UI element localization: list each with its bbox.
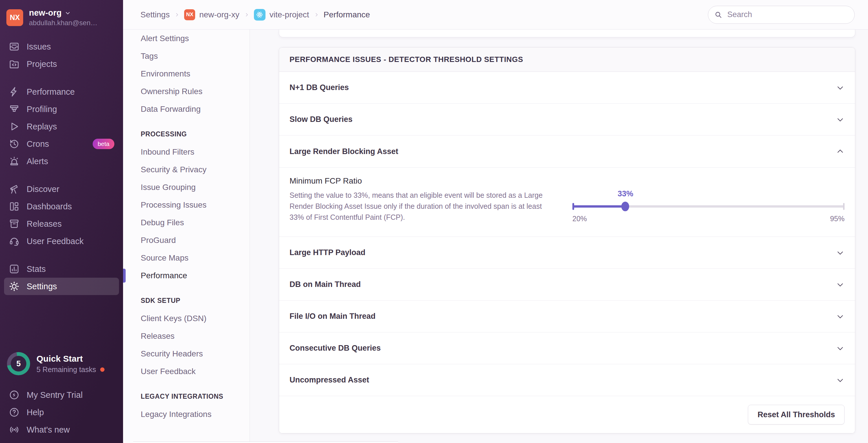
scrolled-panel-edge (279, 30, 855, 37)
sidebar-item-label: Profiling (27, 104, 57, 114)
settings-nav-issue-grouping[interactable]: Issue Grouping (123, 178, 250, 196)
sidebar-item-label: Alerts (27, 157, 48, 166)
breadcrumb: Settings NX new-org-xy vite-project Perf… (141, 9, 370, 21)
settings-nav-releases[interactable]: Releases (123, 327, 250, 345)
sidebar-item-user-feedback[interactable]: User Feedback (4, 232, 119, 250)
slider-thumb[interactable] (621, 202, 629, 211)
sidebar-item-help[interactable]: Help (4, 404, 119, 421)
replays-icon (9, 121, 20, 132)
search-box (708, 6, 855, 24)
sidebar-item-label: User Feedback (27, 236, 84, 246)
settings-nav-source-maps[interactable]: Source Maps (123, 249, 250, 267)
org-switcher[interactable]: NX new-org abdullah.khan@sen… (0, 0, 123, 34)
sidebar-item-label: What's new (27, 425, 70, 435)
slider-min-label: 20% (572, 215, 587, 223)
accordion-row-slow-db-queries[interactable]: Slow DB Queries (279, 104, 855, 135)
settings-nav-performance[interactable]: Performance (123, 267, 250, 284)
sidebar-item-my-sentry-trial[interactable]: My Sentry Trial (4, 386, 119, 404)
settings-nav-section-processing: PROCESSING (123, 125, 250, 143)
settings-nav-security-headers[interactable]: Security Headers (123, 345, 250, 362)
sidebar-item-discover[interactable]: Discover (4, 180, 119, 198)
sidebar-item-projects[interactable]: Projects (4, 55, 119, 73)
panel-header: PERFORMANCE ISSUES - DETECTOR THRESHOLD … (279, 48, 855, 72)
search-icon (714, 11, 722, 19)
performance-icon (9, 86, 20, 97)
settings-nav-security-privacy[interactable]: Security & Privacy (123, 161, 250, 178)
sidebar-item-releases[interactable]: Releases (4, 215, 119, 232)
panel-footer: Reset All Thresholds (279, 396, 855, 433)
sidebar-item-dashboards[interactable]: Dashboards (4, 198, 119, 215)
chevron-right-icon (174, 12, 180, 18)
reset-all-thresholds-button[interactable]: Reset All Thresholds (748, 405, 844, 424)
chevron-down-icon (836, 84, 844, 92)
quick-start-subtitle: 5 Remaining tasks (36, 366, 96, 374)
sidebar-item-alerts[interactable]: Alerts (4, 153, 119, 170)
breadcrumb-performance: Performance (324, 10, 370, 20)
react-project-icon (254, 9, 266, 21)
search-input[interactable] (708, 6, 855, 24)
settings-nav: Alert Settings Tags Environments Ownersh… (123, 30, 250, 443)
sidebar-item-performance[interactable]: Performance (4, 83, 119, 100)
settings-nav-environments[interactable]: Environments (123, 65, 250, 83)
accordion-row-uncompressed-asset[interactable]: Uncompressed Asset (279, 364, 855, 396)
crons-icon (9, 138, 20, 149)
accordion-row-consecutive-db-queries[interactable]: Consecutive DB Queries (279, 333, 855, 364)
settings-nav-tags[interactable]: Tags (123, 47, 250, 65)
sidebar-item-label: Releases (27, 219, 62, 229)
accordion-row-n-plus-one-db-queries[interactable]: N+1 DB Queries (279, 72, 855, 104)
breadcrumb-project-label: vite-project (270, 10, 309, 20)
settings-nav-legacy-integrations[interactable]: Legacy Integrations (123, 405, 250, 423)
sidebar-item-label: Settings (27, 282, 57, 291)
next-panel-edge (133, 442, 398, 443)
large-render-blocking-asset-settings: Minimum FCP Ratio Setting the value to 3… (279, 167, 855, 237)
sidebar-item-label: Discover (27, 184, 59, 194)
trial-icon (9, 389, 20, 401)
settings-nav-ownership-rules[interactable]: Ownership Rules (123, 83, 250, 100)
quick-start[interactable]: 5 Quick Start 5 Remaining tasks (0, 352, 123, 375)
breadcrumb-organization[interactable]: NX new-org-xy (184, 9, 239, 20)
sidebar-item-whats-new[interactable]: What's new (4, 421, 119, 438)
sidebar-item-label: Replays (27, 122, 57, 131)
sidebar-item-replays[interactable]: Replays (4, 118, 119, 135)
whats-new-icon (9, 424, 20, 435)
dashboards-icon (9, 201, 20, 212)
chevron-down-icon (836, 115, 844, 124)
sidebar-item-issues[interactable]: Issues (4, 38, 119, 55)
settings-nav-client-keys[interactable]: Client Keys (DSN) (123, 310, 250, 327)
sidebar-item-label: Projects (27, 59, 57, 69)
chevron-down-icon (836, 344, 844, 353)
sidebar-item-crons[interactable]: Crons beta (4, 135, 119, 153)
notification-dot (100, 368, 104, 372)
releases-icon (9, 218, 20, 229)
sidebar-item-label: Crons (27, 139, 49, 149)
settings-nav-data-forwarding[interactable]: Data Forwarding (123, 100, 250, 118)
breadcrumb-project[interactable]: vite-project (254, 9, 309, 21)
org-email: abdullah.khan@sen… (29, 19, 98, 27)
slider-value-label: 33% (618, 189, 633, 198)
sidebar-item-label: Help (27, 408, 44, 417)
org-avatar: NX (6, 9, 23, 26)
settings-nav-proguard[interactable]: ProGuard (123, 231, 250, 249)
settings-nav-alert-settings[interactable]: Alert Settings (123, 30, 250, 47)
accordion-row-file-io-on-main-thread[interactable]: File I/O on Main Thread (279, 300, 855, 333)
settings-nav-processing-issues[interactable]: Processing Issues (123, 196, 250, 214)
active-indicator (123, 269, 126, 283)
chevron-right-icon (244, 12, 249, 18)
settings-nav-section-sdk-setup: SDK SETUP (123, 292, 250, 310)
accordion-row-large-http-payload[interactable]: Large HTTP Payload (279, 237, 855, 269)
chevron-down-icon (836, 376, 844, 384)
settings-nav-inbound-filters[interactable]: Inbound Filters (123, 143, 250, 161)
settings-nav-user-feedback[interactable]: User Feedback (123, 362, 250, 380)
projects-icon (9, 59, 20, 69)
settings-nav-debug-files[interactable]: Debug Files (123, 214, 250, 231)
sidebar-item-stats[interactable]: Stats (4, 260, 119, 278)
sidebar-item-profiling[interactable]: Profiling (4, 100, 119, 118)
breadcrumb-settings[interactable]: Settings (141, 10, 170, 20)
sidebar-footer-nav: My Sentry Trial Help What's new (0, 386, 123, 438)
accordion-row-db-on-main-thread[interactable]: DB on Main Thread (279, 269, 855, 300)
chevron-up-icon (836, 147, 844, 156)
detector-threshold-panel: PERFORMANCE ISSUES - DETECTOR THRESHOLD … (279, 47, 855, 434)
accordion-row-large-render-blocking-asset[interactable]: Large Render Blocking Asset (279, 135, 855, 167)
quick-start-title: Quick Start (36, 354, 104, 364)
sidebar-item-settings[interactable]: Settings (4, 278, 119, 295)
